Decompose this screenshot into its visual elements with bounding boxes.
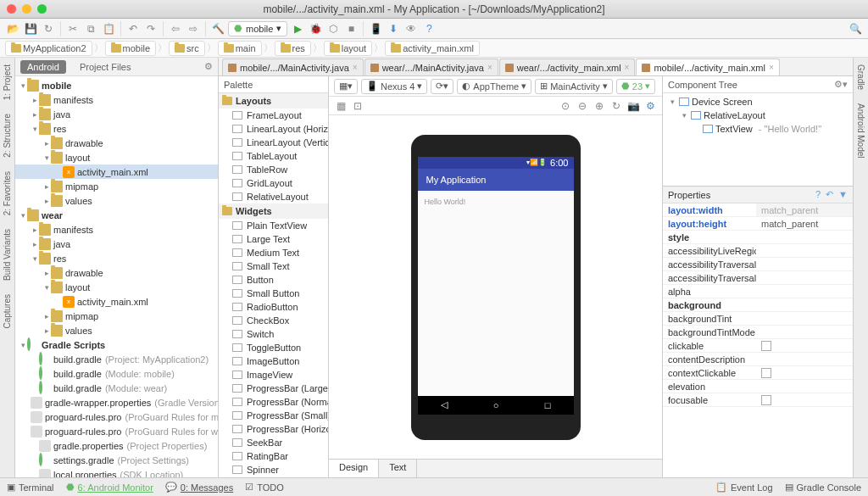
help-icon[interactable]: ? xyxy=(421,21,437,36)
view-options-icon[interactable]: ▦ xyxy=(334,99,348,113)
palette-item[interactable]: CheckBox xyxy=(219,314,328,327)
tree-node[interactable]: ▸mipmap xyxy=(15,309,218,323)
breadcrumb-item[interactable]: activity_main.xml xyxy=(385,41,480,56)
palette-item[interactable]: Plain TextView xyxy=(219,219,328,232)
close-icon[interactable]: × xyxy=(487,63,492,72)
property-row[interactable]: layout:heightmatch_parent xyxy=(663,217,853,231)
text-tab[interactable]: Text xyxy=(379,460,417,477)
property-row[interactable]: contentDescription xyxy=(663,353,853,366)
palette-item[interactable]: ToggleButton xyxy=(219,341,328,354)
editor-tab[interactable]: wear/.../MainActivity.java× xyxy=(364,59,498,75)
tree-node[interactable]: ▸drawable xyxy=(15,265,218,280)
tree-node[interactable]: ▸values xyxy=(15,323,218,337)
tree-node[interactable]: settings.gradle(Project Settings) xyxy=(15,453,218,467)
palette-item[interactable]: FrameLayout xyxy=(219,109,328,122)
project-tab-files[interactable]: Project Files xyxy=(73,60,138,74)
property-row[interactable]: focusable xyxy=(663,393,853,407)
sdk-icon[interactable]: ⬇ xyxy=(386,21,401,36)
edge-tab[interactable]: Android Model xyxy=(856,100,865,161)
edge-tab[interactable]: 2: Favorites xyxy=(3,168,12,219)
palette-item[interactable]: ProgressBar (Horizontal) xyxy=(219,422,328,436)
breadcrumb-item[interactable]: MyApplication2 xyxy=(5,41,92,56)
checkbox[interactable] xyxy=(761,395,771,405)
zoom-to-fit-icon[interactable]: ⊡ xyxy=(351,99,364,113)
properties-list[interactable]: layout:widthmatch_parentlayout:heightmat… xyxy=(663,203,853,477)
tree-node[interactable]: xactivity_main.xml xyxy=(15,294,218,309)
tree-node[interactable]: proguard-rules.pro(ProGuard Rules for mo… xyxy=(15,410,218,424)
android-monitor-tab[interactable]: ⬣ 6: Android Monitor xyxy=(66,482,153,493)
palette-item[interactable]: GridLayout xyxy=(219,176,328,190)
palette-group[interactable]: Layouts xyxy=(219,93,328,109)
device-selector[interactable]: 📱 Nexus 4 ▾ xyxy=(361,79,427,94)
gradle-console-tab[interactable]: ▤ Gradle Console xyxy=(785,482,861,493)
forward-icon[interactable]: ⇨ xyxy=(186,21,201,36)
palette-item[interactable]: RatingBar xyxy=(219,449,328,463)
minimize-window[interactable] xyxy=(22,4,31,14)
palette-item[interactable]: WebView xyxy=(219,476,328,477)
property-row[interactable]: layout:widthmatch_parent xyxy=(663,203,853,217)
component-node[interactable]: TextView- "Hello World!" xyxy=(665,122,851,136)
tree-node[interactable]: gradle-wrapper.properties(Gradle Version… xyxy=(15,395,218,410)
palette-item[interactable]: TableLayout xyxy=(219,149,328,163)
tree-node[interactable]: ▸manifests xyxy=(15,222,218,237)
tree-node[interactable]: build.gradle(Project: MyApplication2) xyxy=(15,352,218,366)
device-screen[interactable]: ▾📶🔋6:00 My Application Hello World! xyxy=(418,157,574,415)
palette-item[interactable]: LinearLayout (Vertical) xyxy=(219,136,328,149)
run-config-selector[interactable]: ⬣mobile▾ xyxy=(228,21,287,36)
event-log-tab[interactable]: 📋 Event Log xyxy=(715,482,773,493)
terminal-tab[interactable]: ▣ Terminal xyxy=(7,482,54,493)
avd-icon[interactable]: 📱 xyxy=(368,21,383,36)
cut-icon[interactable]: ✂ xyxy=(65,21,81,36)
property-row[interactable]: elevation xyxy=(663,380,853,393)
tree-node[interactable]: ▸values xyxy=(15,193,218,208)
checkbox[interactable] xyxy=(761,368,771,378)
revert-icon[interactable]: ↶ xyxy=(826,189,833,200)
undo-icon[interactable]: ↶ xyxy=(125,21,141,36)
attach-icon[interactable]: ⬡ xyxy=(326,21,341,36)
editor-tab[interactable]: mobile/.../activity_main.xml× xyxy=(636,59,779,75)
property-row[interactable]: style xyxy=(663,231,853,244)
edge-tab[interactable]: Gradle xyxy=(856,61,865,93)
open-icon[interactable]: 📂 xyxy=(5,21,20,36)
palette-list[interactable]: LayoutsFrameLayoutLinearLayout (Horizont… xyxy=(219,93,328,477)
theme-selector[interactable]: ◐ AppTheme ▾ xyxy=(457,79,531,94)
tree-node[interactable]: gradle.properties(Project Properties) xyxy=(15,438,218,453)
property-row[interactable]: backgroundTintMode xyxy=(663,326,853,339)
tree-node[interactable]: ▾mobile xyxy=(15,78,218,92)
close-window[interactable] xyxy=(7,4,16,14)
palette-item[interactable]: Switch xyxy=(219,327,328,341)
close-icon[interactable]: × xyxy=(625,63,630,72)
palette-item[interactable]: TableRow xyxy=(219,163,328,176)
edge-tab[interactable]: Captures xyxy=(3,291,12,332)
edge-tab[interactable]: Build Variants xyxy=(3,226,12,284)
capture-icon[interactable]: 📷 xyxy=(626,99,640,113)
tree-node[interactable]: ▸manifests xyxy=(15,92,218,107)
activity-selector[interactable]: ⊞ MainActivity ▾ xyxy=(535,79,613,94)
sync-icon[interactable]: ↻ xyxy=(41,21,56,36)
property-row[interactable]: backgroundTint xyxy=(663,312,853,326)
debug-icon[interactable]: 🐞 xyxy=(308,21,323,36)
preview-content[interactable]: Hello World! xyxy=(418,191,574,213)
component-node[interactable]: ▾Device Screen xyxy=(665,95,851,109)
palette-item[interactable]: LinearLayout (Horizontal) xyxy=(219,122,328,136)
palette-item[interactable]: Button xyxy=(219,273,328,287)
tree-node[interactable]: ▸mipmap xyxy=(15,179,218,193)
search-icon[interactable]: 🔍 xyxy=(848,21,863,36)
breadcrumb-item[interactable]: mobile xyxy=(105,41,156,56)
palette-item[interactable]: ImageView xyxy=(219,368,328,382)
checkbox[interactable] xyxy=(761,341,771,351)
tree-node[interactable]: proguard-rules.pro(ProGuard Rules for we… xyxy=(15,424,218,438)
palette-group[interactable]: Widgets xyxy=(219,203,328,219)
run-icon[interactable]: ▶ xyxy=(290,21,305,36)
zoom-actual-icon[interactable]: ⊙ xyxy=(559,99,572,113)
palette-item[interactable]: ProgressBar (Large) xyxy=(219,382,328,395)
redo-icon[interactable]: ↷ xyxy=(143,21,159,36)
edge-tab[interactable]: 1: Project xyxy=(3,61,12,103)
component-node[interactable]: ▾RelativeLayout xyxy=(665,109,851,122)
component-tree[interactable]: ▾Device Screen▾RelativeLayoutTextView- "… xyxy=(663,93,853,186)
project-tree[interactable]: ▾mobile▸manifests▸java▾res▸drawable▾layo… xyxy=(15,76,218,477)
orientation-button[interactable]: ⟳▾ xyxy=(431,79,453,94)
palette-item[interactable]: ProgressBar (Normal) xyxy=(219,395,328,409)
tree-node[interactable]: ▾wear xyxy=(15,208,218,222)
palette-item[interactable]: Large Text xyxy=(219,232,328,246)
